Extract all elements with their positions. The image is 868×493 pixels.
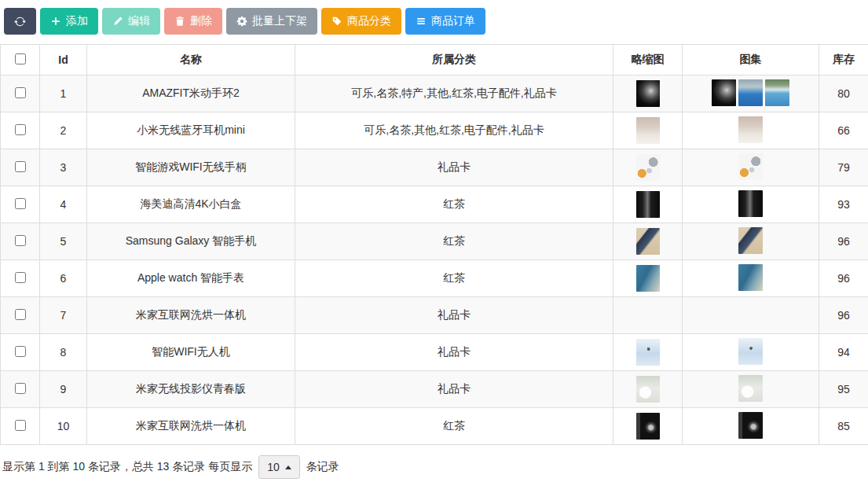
gallery-image[interactable] <box>738 190 763 217</box>
row-checkbox[interactable] <box>15 309 26 320</box>
product-thumbnail-image[interactable] <box>636 117 660 144</box>
cell-id: 6 <box>40 260 87 297</box>
row-checkbox[interactable] <box>15 272 26 283</box>
cell-id: 2 <box>40 112 87 149</box>
table-row: 3智能游戏WIFI无线手柄礼品卡79 <box>1 149 868 186</box>
table-row: 10米家互联网洗烘一体机红茶85 <box>1 408 868 445</box>
page-size-value: 10 <box>267 461 280 473</box>
toolbar: 添加 编辑 删除 批量上下架 商品分类 商品订单 <box>4 8 868 35</box>
row-checkbox-cell <box>1 149 40 186</box>
cell-name: Samsung Galaxy 智能手机 <box>87 223 295 260</box>
product-thumbnail-image[interactable] <box>636 376 660 403</box>
product-thumbnail-image[interactable] <box>636 228 660 255</box>
add-button[interactable]: 添加 <box>40 8 98 35</box>
cell-name: 智能游戏WIFI无线手柄 <box>87 149 295 186</box>
cell-id: 4 <box>40 186 87 223</box>
batch-shelf-button[interactable]: 批量上下架 <box>226 8 317 35</box>
table-row: 5Samsung Galaxy 智能手机红茶96 <box>1 223 868 260</box>
orders-button[interactable]: 商品订单 <box>405 8 485 35</box>
gallery-image[interactable] <box>738 264 763 291</box>
cell-stock: 93 <box>819 186 868 223</box>
cell-name: 智能WIFI无人机 <box>87 334 295 371</box>
cell-name: 米家互联网洗烘一体机 <box>87 297 295 334</box>
row-checkbox[interactable] <box>15 161 26 172</box>
cell-gallery <box>683 297 819 334</box>
cell-category: 可乐,名茶,特产,其他,红茶,电子配件,礼品卡 <box>295 75 613 112</box>
page-size-dropdown[interactable]: 10 <box>258 455 300 479</box>
cell-gallery <box>683 260 819 297</box>
refresh-icon <box>14 16 26 28</box>
cell-stock: 96 <box>819 260 868 297</box>
product-thumbnail-image[interactable] <box>636 80 660 107</box>
edit-button[interactable]: 编辑 <box>102 8 160 35</box>
cell-gallery <box>683 334 819 371</box>
refresh-button[interactable] <box>4 8 36 35</box>
row-checkbox-cell <box>1 408 40 445</box>
table-row: 2小米无线蓝牙耳机mini可乐,名茶,其他,红茶,电子配件,礼品卡66 <box>1 112 868 149</box>
orders-button-label: 商品订单 <box>431 14 475 28</box>
cell-stock: 96 <box>819 223 868 260</box>
pagination-summary: 显示第 1 到第 10 条记录，总共 13 条记录 每页显示 <box>2 460 252 474</box>
gallery-image[interactable] <box>738 79 763 106</box>
cell-category: 红茶 <box>295 223 613 260</box>
pagination-unit: 条记录 <box>306 460 339 474</box>
row-checkbox[interactable] <box>15 346 26 357</box>
cell-stock: 96 <box>819 297 868 334</box>
gallery-image[interactable] <box>712 79 736 106</box>
row-checkbox[interactable] <box>15 235 26 246</box>
table-header-row: Id 名称 所属分类 略缩图 图集 库存 <box>1 45 868 75</box>
cell-gallery <box>683 112 819 149</box>
gallery-image[interactable] <box>738 412 763 439</box>
gallery-image[interactable] <box>765 79 789 106</box>
gallery-image[interactable] <box>738 153 763 180</box>
gallery-image[interactable] <box>738 375 763 402</box>
row-checkbox-cell <box>1 186 40 223</box>
caret-up-icon <box>285 465 291 469</box>
header-name: 名称 <box>87 45 295 75</box>
product-thumbnail-image[interactable] <box>636 413 660 440</box>
cell-thumbnail <box>613 334 683 371</box>
cell-category: 红茶 <box>295 408 613 445</box>
cell-thumbnail <box>613 186 683 223</box>
table-row: 9米家无线投影仪青春版礼品卡95 <box>1 371 868 408</box>
cell-stock: 95 <box>819 371 868 408</box>
table-row: 6Apple watch 智能手表红茶96 <box>1 260 868 297</box>
row-checkbox[interactable] <box>15 198 26 209</box>
category-button-label: 商品分类 <box>347 14 391 28</box>
batch-shelf-button-label: 批量上下架 <box>252 14 307 28</box>
row-checkbox[interactable] <box>15 383 26 394</box>
gallery-image[interactable] <box>738 116 763 143</box>
product-thumbnail-image[interactable] <box>636 265 660 292</box>
table-row: 1AMAZFIT米动手环2可乐,名茶,特产,其他,红茶,电子配件,礼品卡80 <box>1 75 868 112</box>
cell-gallery <box>683 186 819 223</box>
product-thumbnail-image[interactable] <box>636 191 660 218</box>
product-table: Id 名称 所属分类 略缩图 图集 库存 1AMAZFIT米动手环2可乐,名茶,… <box>0 44 868 445</box>
select-all-checkbox[interactable] <box>15 53 26 64</box>
row-checkbox-cell <box>1 334 40 371</box>
cell-name: 米家互联网洗烘一体机 <box>87 408 295 445</box>
cell-category: 红茶 <box>295 186 613 223</box>
row-checkbox[interactable] <box>15 124 26 135</box>
row-checkbox-cell <box>1 297 40 334</box>
category-button[interactable]: 商品分类 <box>321 8 401 35</box>
delete-button[interactable]: 删除 <box>164 8 222 35</box>
cell-stock: 94 <box>819 334 868 371</box>
product-thumbnail-image[interactable] <box>636 339 660 366</box>
cell-stock: 79 <box>819 149 868 186</box>
cell-id: 8 <box>40 334 87 371</box>
cell-gallery <box>683 149 819 186</box>
gallery-image-group <box>738 116 763 143</box>
cell-id: 5 <box>40 223 87 260</box>
cell-category: 礼品卡 <box>295 297 613 334</box>
gallery-image-group <box>738 227 763 254</box>
gallery-image[interactable] <box>738 227 763 254</box>
row-checkbox-cell <box>1 223 40 260</box>
cell-stock: 85 <box>819 408 868 445</box>
gallery-image[interactable] <box>738 338 763 365</box>
row-checkbox-cell <box>1 112 40 149</box>
product-thumbnail-image[interactable] <box>636 154 660 181</box>
row-checkbox[interactable] <box>15 87 26 98</box>
cell-id: 7 <box>40 297 87 334</box>
cell-category: 礼品卡 <box>295 371 613 408</box>
row-checkbox[interactable] <box>15 420 26 431</box>
